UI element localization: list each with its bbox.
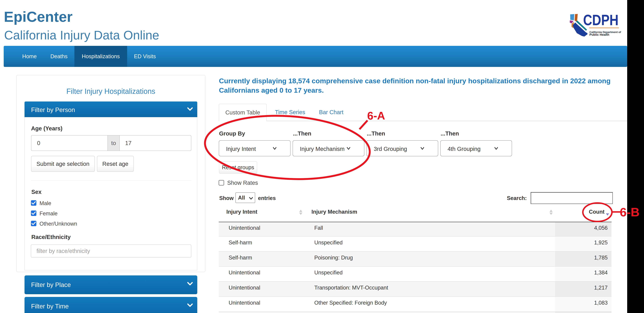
svg-text:6-B: 6-B [620, 205, 640, 219]
svg-text:6-A: 6-A [367, 110, 385, 122]
